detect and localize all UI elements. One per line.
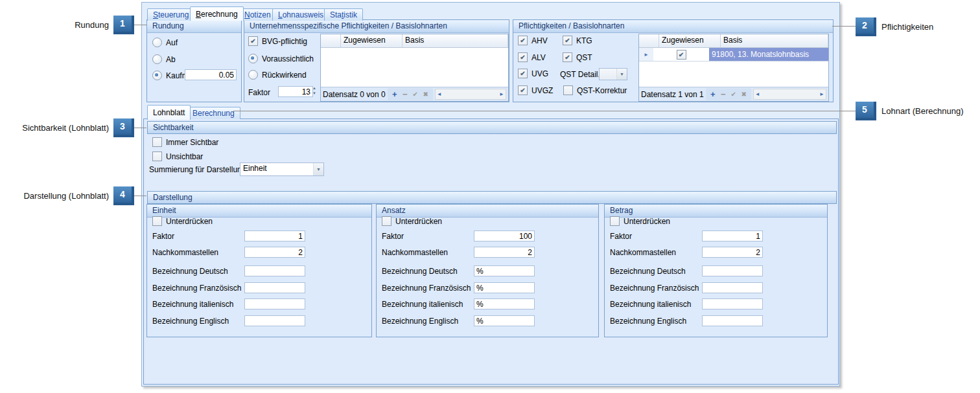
accept-record-icon[interactable]: ✔ — [729, 91, 738, 98]
scroll-right-icon[interactable]: ► — [499, 90, 504, 98]
faktor-input[interactable] — [244, 230, 305, 241]
scroll-left-icon[interactable]: ◄ — [437, 90, 442, 98]
checkbox-uvg[interactable]: ✔ UVG — [518, 69, 548, 78]
scroll-left-icon[interactable]: ◄ — [755, 90, 760, 98]
tab-berechnung[interactable]: Berechnung — [190, 6, 244, 21]
bezeichnung-franzoesisch-input[interactable] — [702, 282, 763, 293]
bezeichnung-englisch-input[interactable] — [474, 315, 535, 326]
grid-horizontal-scrollbar[interactable]: ◄ ► — [435, 89, 506, 100]
radio-ab-circle — [152, 54, 162, 64]
row-indicator-icon: ► — [639, 48, 653, 61]
bezeichnung-italienisch-input[interactable] — [244, 298, 305, 309]
checkbox-ktg[interactable]: ✔ KTG — [563, 36, 592, 45]
spin-up-icon[interactable]: ▲ — [310, 86, 318, 91]
panel-unternehmen-header: Unternehmensspezifische Pflichtigkeiten … — [244, 20, 509, 33]
callout-badge-2: 2 — [856, 17, 876, 36]
grid-col-zugewiesen[interactable]: Zugewiesen — [659, 34, 721, 47]
cancel-record-icon[interactable]: ✖ — [740, 91, 749, 98]
faktor-label: Faktor — [152, 232, 174, 241]
qst-detail-label: QST Detail. — [560, 70, 600, 79]
scroll-right-icon[interactable]: ► — [819, 90, 824, 98]
row-basis-cell[interactable]: 91800, 13. Monatslohnbasis — [709, 48, 828, 61]
grid-col-basis[interactable]: Basis — [721, 34, 828, 47]
radio-auf[interactable]: Auf — [152, 38, 178, 47]
bezeichnung-englisch-label: Bezeichnung Englisch — [382, 317, 458, 326]
add-record-icon[interactable]: + — [708, 89, 718, 99]
unterdruecken-checkbox — [610, 216, 620, 226]
panel-pflichtigkeiten: Pflichtigkeiten / Basislohnarten ✔ AHV ✔… — [513, 19, 834, 102]
checkbox-unsichtbar[interactable]: Unsichtbar — [152, 152, 203, 161]
summierung-combobox[interactable]: Einheit ▼ — [240, 163, 324, 176]
spin-down-icon[interactable]: ▼ — [310, 91, 318, 96]
faktor-input[interactable] — [474, 230, 535, 241]
faktor-label: Faktor — [382, 232, 404, 241]
radio-voraussichtlich[interactable]: Voraussichtlich — [248, 54, 314, 63]
accept-record-icon[interactable]: ✔ — [411, 91, 420, 98]
delete-record-icon[interactable]: − — [401, 89, 410, 99]
bezeichnung-deutsch-input[interactable] — [474, 265, 535, 276]
faktor-input[interactable] — [702, 230, 763, 241]
checkbox-bvg-pflichtig[interactable]: ✔ BVG-pflichtig — [248, 36, 307, 46]
unsichtbar-checkbox — [152, 152, 162, 161]
add-record-icon[interactable]: + — [390, 89, 399, 99]
checkbox-qst-korrektur[interactable]: QST-Korrektur — [563, 85, 627, 95]
nachkommastellen-label: Nachkommastellen — [382, 248, 448, 257]
checkbox-alv[interactable]: ✔ ALV — [518, 52, 546, 62]
nachkommastellen-input[interactable] — [702, 247, 763, 258]
bezeichnung-franzoesisch-input[interactable] — [474, 282, 535, 293]
check-icon: ✔ — [520, 87, 525, 94]
grid-horizontal-scrollbar[interactable]: ◄ ► — [753, 89, 826, 100]
radio-rueckwirkend[interactable]: Rückwirkend — [248, 70, 307, 80]
tab-steuerung[interactable]: Steuerung — [147, 8, 194, 21]
checkbox-unterdruecken[interactable]: Unterdrücken — [382, 216, 442, 226]
cancel-record-icon[interactable]: ✖ — [421, 91, 430, 98]
grid-col-zugewiesen[interactable]: Zugewiesen — [341, 34, 402, 47]
callout-label-darstellung: Darstellung (Lohnblatt) — [0, 191, 109, 201]
radio-ab[interactable]: Ab — [152, 54, 176, 64]
faktor-spinner-buttons[interactable]: ▲ ▼ — [310, 86, 318, 96]
checkbox-immer-sichtbar[interactable]: Immer Sichtbar — [152, 137, 218, 147]
nachkommastellen-input[interactable] — [474, 247, 535, 258]
screenshot-canvas: Rundung 1 2 Pflichtigkeiten Sichtbarkeit… — [0, 0, 980, 393]
check-icon: ✔ — [520, 37, 525, 44]
grid-col-basis[interactable]: Basis — [402, 34, 508, 47]
bezeichnung-deutsch-input[interactable] — [702, 265, 763, 276]
row-zugewiesen-cell[interactable]: ✔ — [653, 48, 709, 61]
bezeichnung-englisch-input[interactable] — [244, 315, 305, 326]
groupbox-ansatz-header: Ansatz — [377, 205, 598, 218]
faktor-spinner-input[interactable] — [278, 86, 313, 97]
kaufm-value-input[interactable] — [185, 69, 237, 80]
tab-notizen[interactable]: Notizen — [239, 8, 277, 21]
check-icon: ✔ — [565, 54, 570, 61]
bezeichnung-italienisch-input[interactable] — [702, 298, 763, 309]
delete-record-icon[interactable]: − — [719, 89, 728, 99]
unterdruecken-checkbox — [382, 216, 391, 226]
checkbox-unterdruecken[interactable]: Unterdrücken — [152, 216, 213, 226]
table-row[interactable]: ► ✔ 91800, 13. Monatslohnbasis — [639, 48, 828, 62]
checkbox-qst[interactable]: ✔ QST — [563, 52, 592, 62]
unternehmen-grid: Zugewiesen Basis Datensatz 0 von 0 + − ✔… — [320, 34, 509, 102]
pflichtigkeiten-grid-navigator: Datensatz 1 von 1 + − ✔ ✖ ◄ ► — [639, 87, 828, 101]
bezeichnung-deutsch-label: Bezeichnung Deutsch — [152, 267, 228, 276]
checkbox-ahv[interactable]: ✔ AHV — [518, 36, 548, 45]
panel-rundung: Rundung Auf Ab Kaufm. — [146, 19, 242, 102]
bezeichnung-deutsch-input[interactable] — [244, 265, 305, 276]
tab-berechnung-lower[interactable]: Berechnung — [187, 107, 240, 119]
tab-lohnausweis[interactable]: Lohnausweis — [272, 8, 329, 21]
tab-lohnblatt[interactable]: Lohnblatt — [147, 105, 191, 120]
bezeichnung-franzoesisch-input[interactable] — [244, 282, 305, 293]
radio-auf-circle — [152, 38, 162, 47]
tab-statistik[interactable]: Statistik — [324, 8, 363, 21]
callout-line-4 — [134, 196, 146, 196]
unternehmen-grid-navigator: Datensatz 0 von 0 + − ✔ ✖ ◄ ► — [321, 87, 508, 101]
bezeichnung-englisch-input[interactable] — [702, 315, 763, 326]
record-status: Datensatz 0 von 0 — [323, 90, 386, 99]
bezeichnung-italienisch-label: Bezeichnung italienisch — [382, 300, 463, 309]
checkbox-unterdruecken[interactable]: Unterdrücken — [610, 216, 670, 226]
callout-label-rundung: Rundung — [0, 20, 109, 30]
bezeichnung-italienisch-input[interactable] — [474, 298, 535, 309]
immer-sichtbar-checkbox — [152, 137, 162, 147]
checkbox-uvgz[interactable]: ✔ UVGZ — [518, 85, 553, 95]
qst-detail-combobox[interactable]: ▼ — [599, 68, 627, 80]
nachkommastellen-input[interactable] — [244, 247, 305, 258]
